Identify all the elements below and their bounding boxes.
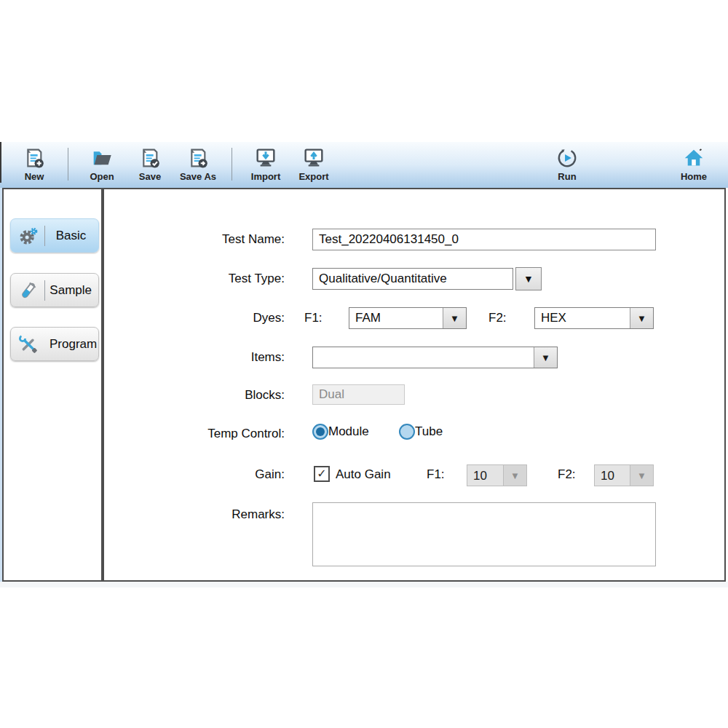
dye-f2-value: HEX: [535, 308, 630, 328]
toolbar-label-open: Open: [90, 171, 114, 182]
chevron-down-icon: ▼: [637, 470, 646, 481]
radio-selected-icon[interactable]: [312, 424, 328, 440]
run-button[interactable]: Run: [543, 146, 591, 182]
gain-f2-select: 10 ▼: [594, 464, 654, 486]
export-button[interactable]: Export: [290, 146, 338, 182]
run-icon: [555, 146, 579, 170]
home-icon: [681, 146, 706, 170]
gain-label: Gain:: [104, 467, 285, 482]
toolbar-separator: [232, 148, 232, 181]
dye-f2-select[interactable]: HEX ▼: [534, 307, 654, 329]
test-type-value: Qualitative/Quantitative: [313, 269, 513, 289]
remarks-label: Remarks:: [104, 507, 285, 522]
temp-control-module-label[interactable]: Module: [328, 424, 369, 439]
temp-control-module-option[interactable]: Module: [312, 424, 369, 440]
remarks-textarea[interactable]: [312, 502, 656, 566]
gain-f1-label: F1:: [427, 467, 445, 482]
sidebar-item-basic[interactable]: Basic: [10, 218, 99, 253]
chevron-down-icon: ▼: [637, 313, 646, 324]
open-button[interactable]: Open: [78, 146, 126, 182]
dye-f1-select[interactable]: FAM ▼: [349, 307, 467, 329]
gain-f1-dropdown-button: ▼: [503, 465, 526, 486]
toolbar-separator: [68, 148, 68, 181]
window-bottom-edge: [0, 582, 728, 587]
save-as-button[interactable]: Save As: [174, 146, 222, 182]
toolbar-label-export: Export: [298, 171, 328, 182]
save-button[interactable]: Save: [126, 146, 174, 182]
chevron-down-icon: ▼: [510, 470, 520, 481]
radio-unselected-icon[interactable]: [399, 424, 415, 440]
toolbar-label-home: Home: [681, 171, 707, 182]
import-icon: [253, 146, 278, 170]
chevron-down-icon: ▼: [450, 313, 459, 324]
gain-f2-label: F2:: [558, 467, 576, 482]
gain-f2-value: 10: [595, 465, 630, 486]
test-type-label: Test Type:: [104, 272, 285, 286]
items-value: [313, 347, 534, 368]
sidebar-item-label: Basic: [50, 229, 92, 243]
gain-f1-value: 10: [467, 465, 503, 486]
sidebar-item-label: Program: [50, 337, 97, 352]
test-tube-icon: [17, 280, 39, 301]
application-window: New Open: [0, 0, 728, 728]
dye-f2-dropdown-button[interactable]: ▼: [630, 308, 653, 328]
auto-gain-checkbox[interactable]: [314, 466, 330, 482]
blocks-input: [312, 384, 405, 405]
save-as-document-icon: [186, 146, 210, 170]
toolbar-label-run: Run: [558, 171, 576, 182]
basic-settings-panel: Test Name: Test Type: Qualitative/Quanti…: [103, 188, 726, 582]
save-document-icon: [138, 146, 162, 170]
test-name-input[interactable]: [312, 229, 656, 250]
sidebar-item-label: Sample: [50, 283, 92, 298]
sidebar: Basic Sample: [2, 188, 103, 582]
sidebar-item-sample[interactable]: Sample: [10, 273, 99, 307]
toolbar: New Open: [0, 142, 728, 188]
dyes-f1-label: F1:: [304, 311, 323, 325]
new-button[interactable]: New: [10, 146, 58, 182]
temp-control-tube-label[interactable]: Tube: [415, 424, 443, 439]
tools-icon: [17, 333, 39, 355]
chevron-down-icon: ▼: [541, 352, 550, 363]
gain-f1-select: 10 ▼: [467, 464, 527, 486]
test-name-label: Test Name:: [104, 232, 285, 247]
test-type-dropdown-button[interactable]: ▼: [515, 267, 542, 290]
toolbar-label-import: Import: [251, 171, 280, 182]
dyes-f2-label: F2:: [488, 311, 507, 325]
toolbar-label-new: New: [25, 171, 44, 182]
sidebar-item-program[interactable]: Program: [10, 327, 99, 361]
items-dropdown-button[interactable]: ▼: [534, 347, 557, 368]
toolbar-label-save-as: Save As: [180, 171, 216, 182]
new-document-icon: [22, 146, 47, 170]
auto-gain-checkbox-label[interactable]: Auto Gain: [336, 467, 391, 482]
items-label: Items:: [104, 350, 285, 365]
open-folder-icon: [90, 146, 114, 170]
test-type-select[interactable]: Qualitative/Quantitative: [312, 268, 513, 290]
dye-f1-value: FAM: [349, 308, 443, 328]
gain-f2-dropdown-button: ▼: [630, 465, 653, 486]
temp-control-tube-option[interactable]: Tube: [399, 424, 443, 440]
sidebar-button-divider: [44, 226, 45, 246]
dye-f1-dropdown-button[interactable]: ▼: [443, 308, 466, 328]
blocks-label: Blocks:: [104, 388, 285, 403]
home-button[interactable]: Home: [670, 146, 718, 182]
temp-control-label: Temp Control:: [104, 427, 285, 441]
gear-icon: [17, 225, 39, 247]
items-select[interactable]: ▼: [312, 347, 558, 368]
chevron-down-icon: ▼: [523, 273, 534, 285]
import-button[interactable]: Import: [242, 146, 290, 182]
export-icon: [301, 146, 326, 170]
toolbar-label-save: Save: [139, 171, 161, 182]
dyes-label: Dyes:: [104, 311, 285, 325]
